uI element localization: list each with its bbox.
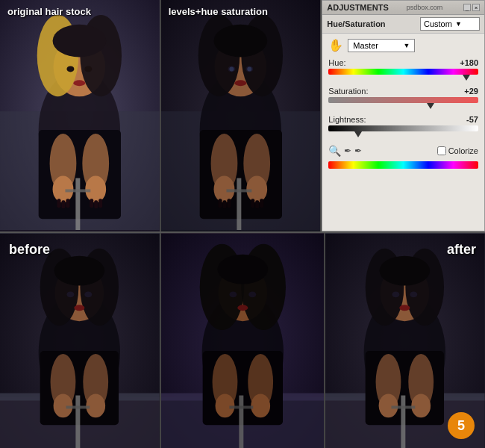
sat-label-row: Saturation: +29 xyxy=(328,87,478,96)
step-badge: 5 xyxy=(448,412,475,439)
svg-rect-39 xyxy=(255,200,259,208)
adj-preset-select[interactable]: Custom ▼ xyxy=(420,17,480,31)
svg-point-33 xyxy=(213,176,234,203)
light-slider-row: Lightness: -57 xyxy=(328,115,478,139)
svg-point-47 xyxy=(234,80,246,86)
svg-rect-62 xyxy=(66,405,90,408)
svg-point-63 xyxy=(66,291,74,297)
svg-rect-97 xyxy=(401,396,406,448)
adj-channel-select[interactable]: Master ▼ xyxy=(348,39,415,52)
svg-rect-12 xyxy=(57,199,61,208)
before-label: before xyxy=(9,242,50,258)
sat-thumb[interactable] xyxy=(427,103,434,109)
svg-rect-42 xyxy=(226,189,251,192)
sat-value: +29 xyxy=(464,87,478,96)
svg-rect-80 xyxy=(229,405,253,408)
adj-master-row: ✋ Master ▼ xyxy=(328,38,478,52)
svg-point-64 xyxy=(84,291,92,297)
light-label-row: Lightness: -57 xyxy=(328,115,478,124)
hue-thumb[interactable] xyxy=(463,75,470,81)
hue-slider-row: Hue: +180 xyxy=(328,58,478,82)
colorize-checkbox[interactable] xyxy=(437,146,446,155)
close-btn[interactable]: × xyxy=(472,4,480,11)
svg-rect-16 xyxy=(94,200,98,208)
top-left-photo: original hair stock xyxy=(0,0,160,231)
adj-title: ADJUSTMENTS xyxy=(327,3,389,12)
svg-rect-41 xyxy=(237,178,241,231)
svg-rect-40 xyxy=(260,199,263,208)
svg-point-65 xyxy=(74,305,84,311)
svg-point-96 xyxy=(412,394,431,418)
light-label: Lightness: xyxy=(328,115,366,124)
top-row: original hair stock xyxy=(0,0,485,231)
bottom-right-photo: after xyxy=(325,233,485,448)
svg-rect-19 xyxy=(65,189,90,192)
figure-svg-tr xyxy=(161,0,321,230)
svg-rect-38 xyxy=(251,199,254,208)
svg-rect-15 xyxy=(90,199,93,208)
adj-bottom-row: 🔍 ✒ ✒ Colorize xyxy=(328,145,478,157)
svg-point-44 xyxy=(229,66,234,71)
svg-point-6 xyxy=(53,25,107,57)
adj-body: ✋ Master ▼ Hue: +180 xyxy=(322,34,484,173)
svg-rect-14 xyxy=(66,199,69,208)
svg-rect-61 xyxy=(75,396,80,448)
hand-icon: ✋ xyxy=(328,38,343,52)
svg-point-99 xyxy=(392,291,400,297)
svg-point-34 xyxy=(246,176,267,203)
adjustments-panel: ADJUSTMENTS psdbox.com _ × Hue/Saturatio… xyxy=(322,0,485,231)
top-right-label: levels+hue saturation xyxy=(169,6,268,17)
adj-preset-value: Custom xyxy=(424,19,452,28)
svg-point-10 xyxy=(53,176,74,203)
eyedropper-icon-2[interactable]: ✒ xyxy=(344,146,351,156)
svg-rect-17 xyxy=(98,199,102,208)
channel-arrow: ▼ xyxy=(403,42,410,49)
svg-point-73 xyxy=(217,255,268,284)
svg-rect-37 xyxy=(227,199,231,208)
adj-section-row: Hue/Saturation Custom ▼ xyxy=(322,15,484,34)
top-right-photo: levels+hue saturation xyxy=(161,0,321,231)
figure-svg-bl xyxy=(0,233,160,448)
svg-point-83 xyxy=(237,305,248,311)
svg-point-59 xyxy=(54,394,73,418)
svg-point-82 xyxy=(248,291,256,297)
svg-rect-98 xyxy=(392,405,416,408)
sat-slider-row: Saturation: +29 xyxy=(328,87,478,111)
svg-point-29 xyxy=(213,25,267,57)
sat-slider[interactable] xyxy=(328,97,478,111)
hue-slider[interactable] xyxy=(328,69,478,82)
svg-point-55 xyxy=(54,256,105,286)
eyedropper-icon-1[interactable]: 🔍 xyxy=(328,145,341,157)
svg-point-78 xyxy=(251,394,270,418)
svg-point-95 xyxy=(379,394,398,418)
adj-preset-arrow: ▼ xyxy=(455,20,476,28)
figure-svg-bm xyxy=(161,233,325,448)
light-thumb[interactable] xyxy=(354,131,362,137)
svg-point-21 xyxy=(84,66,92,72)
adj-title-bar: ADJUSTMENTS psdbox.com _ × xyxy=(322,1,484,15)
colorize-text: Colorize xyxy=(448,146,478,155)
eyedropper-icon-3[interactable]: ✒ xyxy=(354,146,362,156)
light-slider[interactable] xyxy=(328,125,478,139)
svg-rect-35 xyxy=(218,199,222,208)
hue-track xyxy=(328,69,478,75)
adj-hs-label: Hue/Saturation xyxy=(327,19,420,28)
adj-channel-value: Master xyxy=(353,41,378,50)
svg-point-81 xyxy=(229,291,237,297)
minimize-btn[interactable]: _ xyxy=(463,4,471,11)
figure-svg-tl xyxy=(0,0,160,230)
step-number: 5 xyxy=(457,418,465,434)
svg-point-91 xyxy=(380,256,431,286)
svg-point-46 xyxy=(247,66,251,71)
svg-rect-18 xyxy=(75,178,80,231)
bottom-mid-photo xyxy=(161,233,325,448)
hue-value: +180 xyxy=(460,58,478,67)
adj-site: psdbox.com xyxy=(407,4,443,11)
sat-label: Saturation: xyxy=(328,87,368,96)
colorize-label[interactable]: Colorize xyxy=(437,146,478,155)
svg-point-20 xyxy=(66,66,74,72)
svg-point-22 xyxy=(73,80,85,86)
hue-bar-full xyxy=(328,161,478,169)
bottom-row: before xyxy=(0,233,485,448)
top-left-label: original hair stock xyxy=(7,6,91,17)
